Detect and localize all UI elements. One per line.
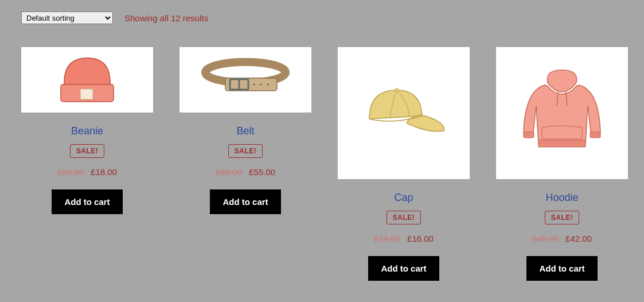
sale-badge: SALE! [545,211,580,224]
product-grid: Beanie SALE! £20.00 £18.00 Add to cart B… [21,47,623,281]
svg-point-6 [253,84,255,86]
sort-select[interactable]: Default sorting [21,11,113,24]
add-to-cart-button[interactable]: Add to cart [52,189,122,214]
svg-point-8 [267,84,269,86]
svg-rect-1 [80,89,93,99]
product-title[interactable]: Beanie [71,125,103,137]
belt-image [197,54,294,106]
product-card-hoodie: Hoodie SALE! £45.00 £42.00 Add to cart [496,47,628,281]
add-to-cart-button[interactable]: Add to cart [210,189,280,214]
new-price: £18.00 [91,167,117,177]
product-image-link[interactable] [179,47,311,113]
product-title[interactable]: Hoodie [545,192,578,204]
sale-badge: SALE! [387,211,421,224]
svg-point-9 [395,88,399,92]
beanie-image [53,51,122,109]
product-card-belt: Belt SALE! £65.00 £55.00 Add to cart [179,47,311,214]
old-price: £45.00 [532,234,559,243]
product-card-beanie: Beanie SALE! £20.00 £18.00 Add to cart [21,47,153,214]
new-price: £16.00 [407,234,434,243]
old-price: £18.00 [374,234,400,243]
product-title[interactable]: Cap [394,192,413,204]
shop-toolbar: Default sorting Showing all 12 results [21,11,623,24]
svg-rect-12 [590,132,600,138]
new-price: £55.00 [249,167,275,177]
product-price: £65.00 £55.00 [216,167,275,177]
add-to-cart-button[interactable]: Add to cart [526,256,597,281]
product-price: £18.00 £16.00 [374,234,434,243]
product-image-link[interactable] [496,47,628,179]
results-count: Showing all 12 results [124,13,208,23]
product-title[interactable]: Belt [236,125,254,137]
product-price: £20.00 £18.00 [57,167,117,177]
old-price: £65.00 [216,167,242,177]
old-price: £20.00 [57,167,84,177]
svg-rect-10 [538,140,586,147]
svg-point-7 [260,84,262,86]
svg-rect-11 [524,132,534,138]
product-image-link[interactable] [21,47,153,113]
product-image-link[interactable] [338,47,470,179]
sale-badge: SALE! [228,144,263,158]
add-to-cart-button[interactable]: Add to cart [368,256,439,281]
hoodie-image [513,64,611,162]
product-card-cap: Cap SALE! £18.00 £16.00 Add to cart [338,47,470,281]
product-price: £45.00 £42.00 [532,234,592,243]
sale-badge: SALE! [70,144,105,158]
cap-image [352,76,455,150]
new-price: £42.00 [565,234,592,243]
